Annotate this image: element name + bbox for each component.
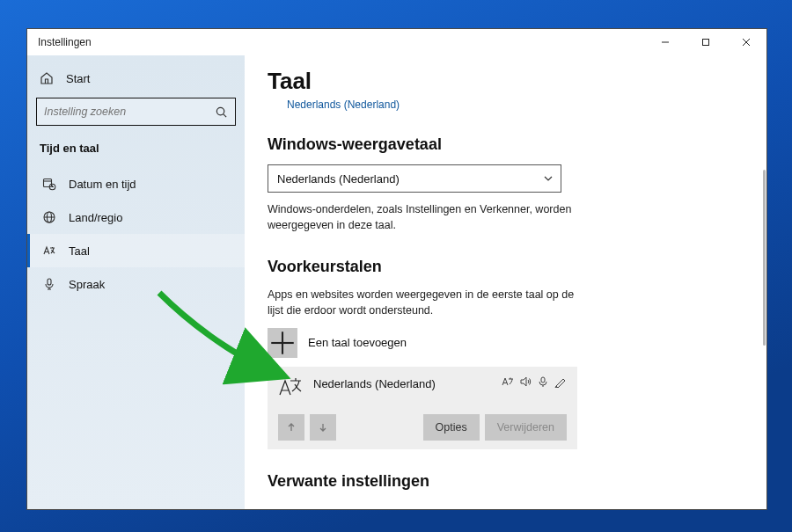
language-card-actions: Opties Verwijderen: [278, 414, 567, 441]
settings-window: Instellingen Start: [26, 28, 767, 510]
dropdown-selected-value: Nederlands (Nederland): [277, 172, 400, 186]
language-feature-icons: [502, 375, 567, 388]
svg-rect-12: [48, 279, 51, 285]
current-language-link[interactable]: Nederlands (Nederland): [268, 95, 740, 111]
svg-line-5: [224, 113, 226, 116]
sidebar: Start Tijd en taal Da: [27, 55, 245, 509]
search-box[interactable]: [36, 98, 236, 126]
sidebar-item-label: Taal: [69, 244, 90, 258]
language-glyph-icon: [278, 375, 304, 398]
add-language-label: Een taal toevoegen: [308, 336, 407, 349]
arrow-up-icon: [286, 422, 297, 433]
preferred-languages-heading: Voorkeurstalen: [268, 258, 740, 276]
maximize-button[interactable]: [686, 29, 726, 55]
globe-icon: [42, 210, 56, 224]
sidebar-category-heading: Tijd en taal: [27, 136, 245, 167]
plus-icon: [268, 328, 297, 358]
microphone-icon: [42, 277, 56, 291]
speech-recognition-icon: [537, 375, 549, 388]
vertical-scrollbar[interactable]: [763, 170, 766, 346]
sidebar-item-label: Land/regio: [69, 211, 122, 224]
preferred-languages-description: Apps en websites worden weergegeven in d…: [268, 287, 584, 318]
window-titlebar: Instellingen: [27, 29, 766, 55]
svg-rect-6: [44, 179, 52, 187]
desktop-background: Instellingen Start: [0, 0, 792, 532]
svg-point-4: [216, 107, 224, 114]
search-wrap: [27, 94, 245, 136]
chevron-down-icon: [543, 173, 554, 184]
minimize-button[interactable]: [645, 29, 686, 55]
display-language-dropdown[interactable]: Nederlands (Nederland): [268, 164, 561, 193]
window-controls: [645, 29, 766, 55]
search-icon: [215, 106, 228, 119]
move-up-button[interactable]: [278, 414, 304, 441]
close-button[interactable]: [726, 29, 766, 55]
page-title: Taal: [268, 68, 740, 95]
svg-rect-15: [541, 377, 545, 383]
language-card-header: Nederlands (Nederland): [278, 375, 567, 398]
sidebar-item-language[interactable]: Taal: [27, 234, 245, 267]
sidebar-item-date-time[interactable]: Datum en tijd: [27, 167, 245, 200]
content-pane: Taal Nederlands (Nederland) Windows-weer…: [245, 55, 766, 509]
language-name: Nederlands (Nederland): [313, 375, 493, 390]
sidebar-item-speech[interactable]: Spraak: [27, 267, 245, 301]
sidebar-item-region[interactable]: Land/regio: [27, 200, 245, 234]
svg-rect-1: [703, 40, 709, 46]
window-body: Start Tijd en taal Da: [27, 55, 766, 509]
handwriting-icon: [554, 375, 567, 388]
add-language-button[interactable]: [268, 328, 297, 358]
related-settings-heading: Verwante instellingen: [268, 472, 740, 491]
language-card[interactable]: Nederlands (Nederland): [268, 367, 577, 449]
window-title: Instellingen: [38, 36, 92, 48]
remove-button[interactable]: Verwijderen: [485, 414, 567, 441]
display-language-description: Windows-onderdelen, zoals Instellingen e…: [268, 201, 584, 233]
text-to-speech-icon: [519, 375, 532, 388]
home-icon: [40, 71, 54, 85]
sidebar-item-label: Datum en tijd: [69, 178, 136, 191]
home-label: Start: [66, 72, 90, 85]
display-language-pack-icon: [502, 375, 514, 388]
options-button[interactable]: Opties: [423, 414, 480, 441]
sidebar-item-label: Spraak: [69, 278, 105, 291]
add-language-row[interactable]: Een taal toevoegen: [268, 328, 740, 358]
language-icon: [42, 244, 56, 258]
home-button[interactable]: Start: [27, 62, 245, 94]
search-input[interactable]: [44, 106, 215, 118]
calendar-clock-icon: [42, 177, 56, 191]
move-down-button[interactable]: [310, 414, 336, 441]
arrow-down-icon: [318, 422, 328, 433]
display-language-heading: Windows-weergavetaal: [268, 135, 740, 154]
